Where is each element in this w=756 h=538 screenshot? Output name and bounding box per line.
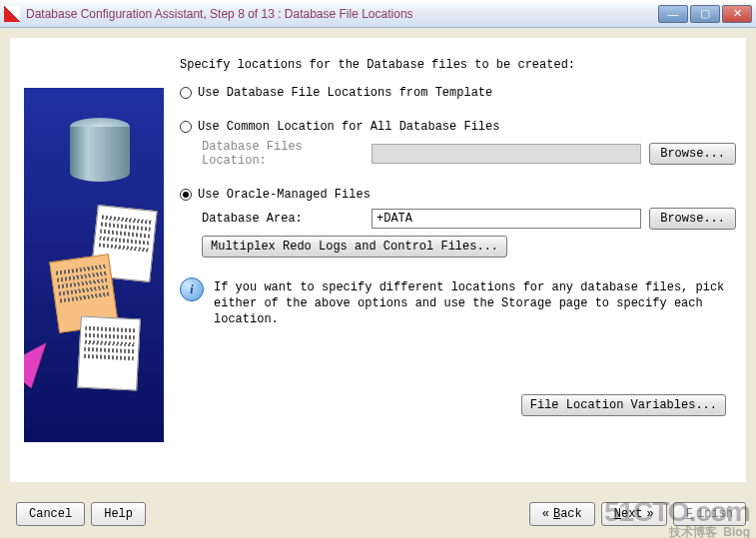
title-bar: Database Configuration Assistant, Step 8… bbox=[0, 0, 756, 28]
chevron-right-icon: » bbox=[647, 507, 654, 521]
database-area-label: Database Area: bbox=[202, 212, 372, 226]
radio-oracle-managed-label: Use Oracle-Managed Files bbox=[198, 188, 371, 202]
next-button[interactable]: Next » bbox=[601, 502, 667, 526]
database-area-input[interactable] bbox=[372, 209, 641, 229]
radio-use-template-label: Use Database File Locations from Templat… bbox=[198, 86, 492, 100]
database-cylinder-icon bbox=[70, 118, 130, 188]
paper-icon bbox=[77, 315, 141, 390]
cancel-button[interactable]: Cancel bbox=[16, 502, 85, 526]
radio-use-template[interactable] bbox=[180, 87, 192, 99]
page-heading: Specify locations for the Database files… bbox=[180, 58, 736, 72]
help-button[interactable]: Help bbox=[91, 502, 146, 526]
minimize-button[interactable]: — bbox=[658, 5, 688, 23]
app-icon bbox=[4, 6, 20, 22]
file-location-variables-button[interactable]: File Location Variables... bbox=[521, 394, 726, 416]
wizard-nav-bar: Cancel Help « Back Next » Finish bbox=[10, 502, 746, 526]
browse-common-button[interactable]: Browse... bbox=[649, 143, 736, 165]
radio-oracle-managed[interactable] bbox=[180, 189, 192, 201]
radio-common-location-label: Use Common Location for All Database Fil… bbox=[198, 120, 499, 134]
finish-button: Finish bbox=[673, 502, 746, 526]
back-button[interactable]: « Back bbox=[529, 502, 595, 526]
radio-common-location[interactable] bbox=[180, 121, 192, 133]
main-content: Specify locations for the Database files… bbox=[180, 58, 736, 327]
next-label-rest: ext bbox=[621, 507, 643, 521]
window-title: Database Configuration Assistant, Step 8… bbox=[26, 7, 656, 21]
maximize-button[interactable]: ▢ bbox=[690, 5, 720, 23]
content-frame: Specify locations for the Database files… bbox=[10, 38, 746, 482]
info-icon: i bbox=[180, 277, 204, 301]
db-files-location-label: Database Files Location: bbox=[202, 140, 372, 168]
arrow-icon bbox=[24, 331, 60, 389]
wizard-sidebar-image bbox=[24, 88, 164, 442]
close-button[interactable]: ✕ bbox=[722, 5, 752, 23]
chevron-left-icon: « bbox=[542, 507, 549, 521]
browse-omf-button[interactable]: Browse... bbox=[649, 208, 736, 230]
client-area: Specify locations for the Database files… bbox=[0, 28, 756, 538]
multiplex-button[interactable]: Multiplex Redo Logs and Control Files... bbox=[202, 236, 507, 258]
db-files-location-input bbox=[372, 144, 641, 164]
info-text: If you want to specify different locatio… bbox=[214, 277, 736, 327]
back-label-rest: ack bbox=[560, 507, 582, 521]
